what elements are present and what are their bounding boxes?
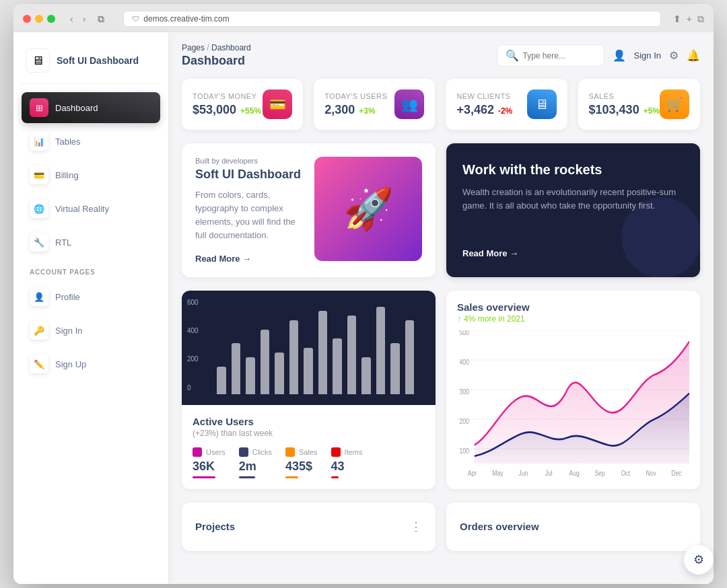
svg-text:500: 500 — [459, 330, 469, 336]
metric-color-sales — [285, 447, 295, 457]
sidebar-item-rtl[interactable]: 🔧 RTL — [22, 227, 160, 258]
svg-text:Apr: Apr — [468, 468, 477, 476]
metric-bar-sales — [285, 476, 298, 478]
metric-color-users — [193, 447, 202, 457]
sidebar-item-label: Profile — [55, 292, 80, 302]
fab-settings[interactable]: ⚙ — [684, 545, 714, 575]
sidebar-item-label: Dashboard — [55, 103, 98, 113]
svg-text:300: 300 — [459, 387, 469, 395]
chart-y-labels: 6004002000 — [187, 299, 199, 392]
sidebar-item-label: Sign In — [55, 326, 82, 336]
sidebar: 🖥 Soft UI Dashboard ⊞ Dashboard 📊 Tables… — [13, 32, 168, 584]
close-button[interactable] — [23, 15, 31, 23]
sidebar-item-label: RTL — [55, 237, 71, 248]
chart-bar — [304, 348, 313, 394]
svg-text:Sep: Sep — [595, 468, 606, 476]
settings-icon[interactable]: ⚙ — [669, 49, 679, 62]
stat-value: $53,000 — [193, 103, 236, 117]
stat-card-users: Today's Users 2,300 +3% 👥 — [314, 79, 435, 130]
sidebar-item-label: Tables — [55, 137, 81, 147]
dashboard-icon: ⊞ — [30, 98, 48, 117]
new-tab-button[interactable]: + — [687, 13, 692, 25]
sidebar-item-profile[interactable]: 👤 Profile — [22, 281, 160, 312]
sidebar-item-label: Virtual Reality — [55, 204, 109, 214]
bar-chart-bars — [193, 307, 425, 394]
profile-icon: 👤 — [30, 287, 48, 306]
user-icon[interactable]: 👤 — [613, 49, 626, 62]
read-more-button[interactable]: Read More → — [195, 254, 304, 264]
chart-bar — [261, 330, 270, 394]
maximize-button[interactable] — [47, 15, 55, 23]
rtl-icon: 🔧 — [30, 233, 48, 252]
address-bar[interactable]: 🛡 demos.creative-tim.com — [123, 11, 660, 27]
stat-card-clients: New Clients +3,462 -2% 🖥 — [446, 79, 567, 130]
search-box[interactable]: 🔍 — [497, 44, 604, 67]
gear-icon: ⚙ — [693, 552, 704, 567]
au-subtitle: (+23%) than last week — [193, 429, 425, 438]
rockets-read-more[interactable]: Read More → — [462, 248, 684, 258]
stat-value: 2,300 — [324, 103, 355, 117]
metric-label-sales: Sales — [299, 448, 318, 456]
au-title: Active Users — [193, 416, 425, 427]
stat-icon: 👥 — [394, 89, 424, 119]
svg-text:Jul: Jul — [545, 468, 553, 476]
sales-chart-area: 500 400 300 200 100 — [457, 330, 689, 478]
stat-icon: 🛒 — [660, 89, 689, 119]
sales-line-chart: 500 400 300 200 100 — [457, 330, 689, 478]
projects-menu-icon[interactable]: ⋮ — [410, 519, 422, 534]
page-heading: Pages / Dashboard Dashboard — [182, 43, 251, 68]
sales-subtitle: ↑ 4% more in 2021 — [457, 314, 689, 324]
sidebar-item-virtual-reality[interactable]: 🌐 Virtual Reality — [22, 193, 160, 224]
metric-bar-users — [193, 476, 215, 478]
metric-value-sales: 435$ — [285, 460, 318, 474]
stat-cards: Today's Money $53,000 +55% 💳 Today's Use… — [182, 79, 700, 130]
billing-icon: 💳 — [30, 166, 48, 184]
notifications-icon[interactable]: 🔔 — [687, 49, 700, 62]
back-button[interactable]: ‹ — [67, 12, 76, 26]
topbar: Pages / Dashboard Dashboard 🔍 👤 Sign In … — [182, 43, 700, 68]
metric-items: Items 43 — [331, 447, 363, 478]
svg-text:100: 100 — [459, 446, 469, 454]
sign-in-icon: 🔑 — [30, 321, 48, 340]
active-users-info: Active Users (+23%) than last week Users… — [182, 405, 436, 489]
sidebar-item-billing[interactable]: 💳 Billing — [22, 159, 160, 190]
vr-icon: 🌐 — [30, 199, 48, 218]
sidebar-item-label: Billing — [55, 170, 79, 180]
tabs-button[interactable]: ⧉ — [697, 13, 704, 25]
share-button[interactable]: ⬆ — [673, 13, 681, 25]
build-tag: Built by developers — [195, 157, 304, 165]
stat-card-money: Today's Money $53,000 +55% 💳 — [182, 79, 303, 130]
chart-bar — [232, 343, 241, 394]
metric-users: Users 36K — [193, 447, 226, 478]
search-icon: 🔍 — [506, 49, 519, 62]
sign-in-label[interactable]: Sign In — [634, 50, 661, 61]
sidebar-item-tables[interactable]: 📊 Tables — [22, 126, 160, 157]
sidebar-item-sign-up[interactable]: ✏️ Sign Up — [22, 348, 160, 379]
stat-label: Today's Money — [193, 92, 263, 100]
sidebar-item-dashboard[interactable]: ⊞ Dashboard — [22, 92, 160, 123]
stat-change: +55% — [240, 106, 261, 116]
stat-change: +3% — [359, 106, 375, 116]
metric-clicks: Clicks 2m — [239, 447, 272, 478]
tab-icon: ⧉ — [98, 13, 104, 25]
forward-button[interactable]: › — [80, 12, 89, 26]
browser-nav: ‹ › — [67, 12, 88, 26]
rocket-image: 🚀 — [314, 157, 422, 261]
chart-bar — [390, 343, 400, 394]
search-input[interactable] — [523, 51, 596, 61]
brand-icon: 🖥 — [26, 48, 50, 73]
url-text: demos.creative-tim.com — [143, 14, 229, 24]
sidebar-item-sign-in[interactable]: 🔑 Sign In — [22, 315, 160, 346]
orders-card: Orders overview — [446, 503, 700, 551]
breadcrumb: Pages / Dashboard — [182, 43, 251, 52]
lock-icon: 🛡 — [132, 15, 139, 23]
svg-text:200: 200 — [459, 416, 469, 425]
sales-overview-card: Sales overview ↑ 4% more in 2021 — [446, 291, 700, 489]
stat-change: +5% — [644, 106, 660, 116]
stat-label: Sales — [589, 92, 660, 100]
chart-bar — [361, 357, 371, 394]
app-body: 🖥 Soft UI Dashboard ⊞ Dashboard 📊 Tables… — [13, 32, 714, 584]
rockets-title: Work with the rockets — [462, 162, 684, 178]
chart-bar — [246, 357, 255, 394]
minimize-button[interactable] — [35, 15, 43, 23]
